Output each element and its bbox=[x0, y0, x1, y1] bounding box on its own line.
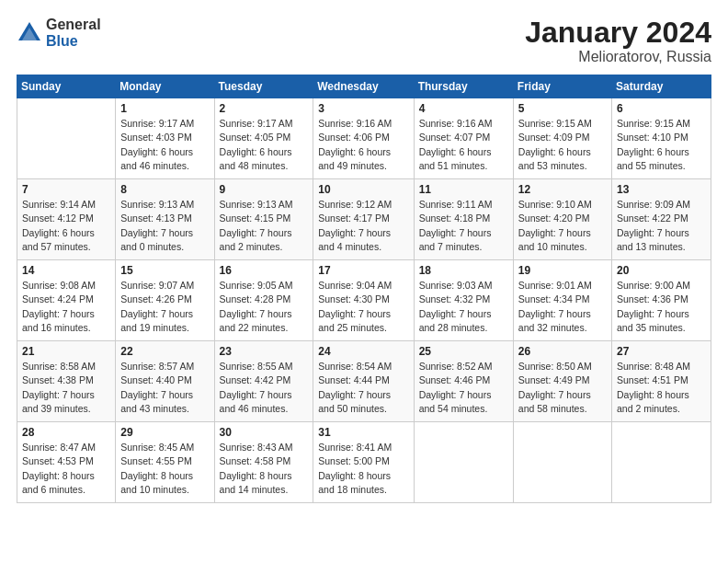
day-info-line: and 4 minutes. bbox=[318, 240, 408, 254]
day-info-line: Sunrise: 9:16 AM bbox=[419, 117, 508, 131]
week-row-3: 21Sunrise: 8:58 AMSunset: 4:38 PMDayligh… bbox=[17, 341, 711, 422]
day-info-line: Sunrise: 9:14 AM bbox=[22, 198, 110, 212]
day-cell: 9Sunrise: 9:13 AMSunset: 4:15 PMDaylight… bbox=[214, 179, 313, 260]
day-info-line: Sunset: 4:20 PM bbox=[518, 212, 607, 225]
day-info-line: Sunset: 4:13 PM bbox=[120, 212, 209, 225]
day-info-line: Sunrise: 9:13 AM bbox=[120, 198, 209, 212]
day-cell bbox=[17, 98, 116, 179]
day-info-line: Sunrise: 8:47 AM bbox=[22, 441, 110, 454]
week-row-0: 1Sunrise: 9:17 AMSunset: 4:03 PMDaylight… bbox=[17, 98, 711, 179]
day-info-line: Sunset: 4:26 PM bbox=[120, 293, 209, 306]
day-info-line: Sunset: 4:49 PM bbox=[518, 373, 607, 387]
calendar-table: Sunday Monday Tuesday Wednesday Thursday… bbox=[17, 75, 711, 503]
day-cell: 6Sunrise: 9:15 AMSunset: 4:10 PMDaylight… bbox=[612, 98, 711, 179]
day-cell: 20Sunrise: 9:00 AMSunset: 4:36 PMDayligh… bbox=[612, 260, 711, 341]
day-cell: 28Sunrise: 8:47 AMSunset: 4:53 PMDayligh… bbox=[17, 422, 116, 503]
day-number: 23 bbox=[220, 345, 309, 358]
day-info-line: Sunset: 4:22 PM bbox=[617, 212, 706, 225]
day-info-line: and 54 minutes. bbox=[419, 402, 508, 416]
day-cell: 26Sunrise: 8:50 AMSunset: 4:49 PMDayligh… bbox=[513, 341, 611, 422]
day-cell: 8Sunrise: 9:13 AMSunset: 4:13 PMDaylight… bbox=[116, 179, 214, 260]
day-info-line: Sunrise: 8:48 AM bbox=[617, 360, 706, 373]
day-cell: 13Sunrise: 9:09 AMSunset: 4:22 PMDayligh… bbox=[612, 179, 711, 260]
day-info-line: Daylight: 7 hours bbox=[220, 226, 309, 240]
day-info-line: and 2 minutes. bbox=[220, 240, 309, 254]
day-info-line: Sunrise: 8:52 AM bbox=[419, 360, 508, 373]
logo-general: General bbox=[46, 17, 101, 33]
day-info-line: Sunset: 4:17 PM bbox=[318, 212, 408, 225]
day-info-line: Daylight: 7 hours bbox=[22, 307, 110, 321]
day-info-line: Daylight: 7 hours bbox=[419, 388, 508, 402]
day-info-line: Daylight: 7 hours bbox=[318, 388, 408, 402]
day-info-line: Daylight: 6 hours bbox=[120, 145, 209, 159]
day-cell: 2Sunrise: 9:17 AMSunset: 4:05 PMDaylight… bbox=[214, 98, 313, 179]
day-info-line: Daylight: 8 hours bbox=[617, 388, 706, 402]
day-info-line: Sunrise: 8:58 AM bbox=[22, 360, 110, 373]
day-cell: 22Sunrise: 8:57 AMSunset: 4:40 PMDayligh… bbox=[116, 341, 214, 422]
logo: General Blue bbox=[17, 17, 101, 49]
day-number: 29 bbox=[120, 426, 209, 439]
day-info-line: Sunset: 4:06 PM bbox=[318, 131, 408, 144]
day-cell: 29Sunrise: 8:45 AMSunset: 4:55 PMDayligh… bbox=[116, 422, 214, 503]
day-cell: 15Sunrise: 9:07 AMSunset: 4:26 PMDayligh… bbox=[116, 260, 214, 341]
day-info-line: Sunrise: 9:17 AM bbox=[220, 117, 309, 131]
day-number: 6 bbox=[617, 102, 706, 115]
day-info-line: Sunset: 4:36 PM bbox=[617, 293, 706, 306]
day-number: 8 bbox=[120, 183, 209, 196]
day-info-line: and 22 minutes. bbox=[220, 321, 309, 335]
day-cell: 19Sunrise: 9:01 AMSunset: 4:34 PMDayligh… bbox=[513, 260, 611, 341]
day-info-line: and 10 minutes. bbox=[120, 483, 209, 497]
day-cell: 12Sunrise: 9:10 AMSunset: 4:20 PMDayligh… bbox=[513, 179, 611, 260]
day-info-line: and 2 minutes. bbox=[617, 402, 706, 416]
day-info-line: and 53 minutes. bbox=[518, 159, 607, 173]
day-info-line: Daylight: 8 hours bbox=[22, 469, 110, 483]
day-info-line: Sunset: 5:00 PM bbox=[318, 454, 408, 468]
day-number: 25 bbox=[419, 345, 508, 358]
logo-icon bbox=[17, 20, 42, 46]
day-info-line: Sunset: 4:46 PM bbox=[419, 373, 508, 387]
day-info-line: Daylight: 7 hours bbox=[419, 307, 508, 321]
day-number: 4 bbox=[419, 102, 508, 115]
day-number: 2 bbox=[220, 102, 309, 115]
day-cell: 24Sunrise: 8:54 AMSunset: 4:44 PMDayligh… bbox=[313, 341, 414, 422]
day-info-line: Daylight: 7 hours bbox=[220, 307, 309, 321]
day-info-line: Daylight: 7 hours bbox=[518, 307, 607, 321]
day-info-line: Sunrise: 9:05 AM bbox=[220, 279, 309, 293]
day-number: 11 bbox=[419, 183, 508, 196]
day-cell bbox=[513, 422, 611, 503]
day-info-line: and 14 minutes. bbox=[220, 483, 309, 497]
day-info-line: Sunset: 4:12 PM bbox=[22, 212, 110, 225]
day-info-line: Sunset: 4:30 PM bbox=[318, 293, 408, 306]
day-info-line: and 55 minutes. bbox=[617, 159, 706, 173]
logo-blue: Blue bbox=[46, 33, 101, 50]
day-number: 26 bbox=[518, 345, 607, 358]
month-title: January 2024 bbox=[525, 17, 711, 49]
day-info-line: Daylight: 6 hours bbox=[419, 145, 508, 159]
day-number: 10 bbox=[318, 183, 408, 196]
header-friday: Friday bbox=[513, 75, 611, 98]
day-cell: 10Sunrise: 9:12 AMSunset: 4:17 PMDayligh… bbox=[313, 179, 414, 260]
day-cell: 4Sunrise: 9:16 AMSunset: 4:07 PMDaylight… bbox=[414, 98, 513, 179]
day-info-line: Sunset: 4:58 PM bbox=[220, 454, 309, 468]
day-info-line: and 6 minutes. bbox=[22, 483, 110, 497]
day-info-line: Daylight: 7 hours bbox=[318, 226, 408, 240]
day-number: 12 bbox=[518, 183, 607, 196]
day-cell: 27Sunrise: 8:48 AMSunset: 4:51 PMDayligh… bbox=[612, 341, 711, 422]
day-info-line: Daylight: 7 hours bbox=[120, 388, 209, 402]
day-info-line: Sunset: 4:51 PM bbox=[617, 373, 706, 387]
day-info-line: Sunrise: 9:04 AM bbox=[318, 279, 408, 293]
title-block: January 2024 Melioratorov, Russia bbox=[525, 17, 711, 65]
day-number: 24 bbox=[318, 345, 408, 358]
day-info-line: Sunset: 4:15 PM bbox=[220, 212, 309, 225]
day-info-line: Daylight: 8 hours bbox=[120, 469, 209, 483]
day-info-line: and 0 minutes. bbox=[120, 240, 209, 254]
day-info-line: Sunrise: 9:12 AM bbox=[318, 198, 408, 212]
day-info-line: Sunrise: 9:10 AM bbox=[518, 198, 607, 212]
day-info-line: Daylight: 7 hours bbox=[318, 307, 408, 321]
day-number: 18 bbox=[419, 264, 508, 277]
header-wednesday: Wednesday bbox=[313, 75, 414, 98]
day-info-line: Daylight: 7 hours bbox=[120, 226, 209, 240]
day-info-line: Sunset: 4:38 PM bbox=[22, 373, 110, 387]
day-info-line: Sunrise: 8:43 AM bbox=[220, 441, 309, 454]
day-info-line: Sunset: 4:42 PM bbox=[220, 373, 309, 387]
